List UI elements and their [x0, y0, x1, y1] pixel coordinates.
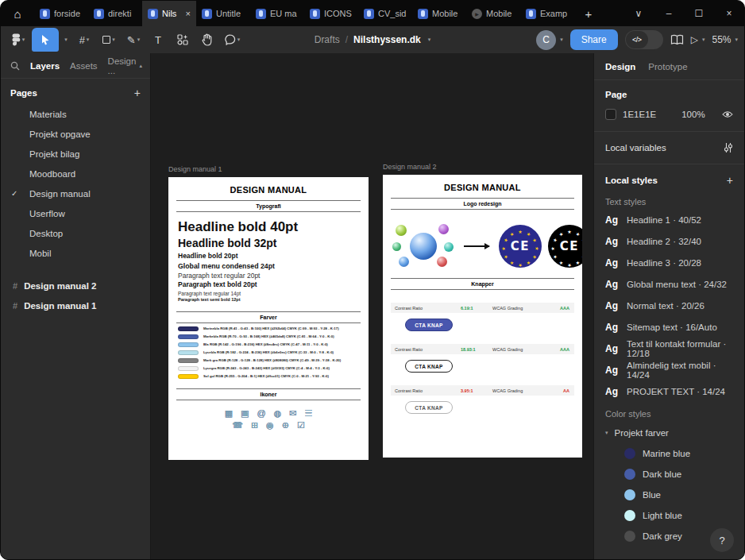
page-item-moodboard[interactable]: Moodboard [1, 164, 150, 183]
file-tab-untitled[interactable]: Untitle [196, 1, 250, 26]
file-tab-forside[interactable]: forside [34, 1, 88, 26]
frame-tool-button[interactable]: #▾ [73, 28, 95, 52]
layer-design-manual-1[interactable]: # Design manual 1 [1, 295, 150, 315]
account-menu[interactable]: C ▾ [536, 30, 563, 50]
tab-design[interactable]: Design [605, 62, 635, 71]
file-tab-label: Mobile [432, 9, 461, 18]
color-style-swatch [624, 469, 635, 480]
text-style-item[interactable]: AgAlmindelig text mobil · 14/24 [594, 359, 744, 380]
new-logo-blue: ★★★★★★★★★★★★ CE [499, 225, 542, 268]
text-style-item[interactable]: AgSitemap text · 16/Auto [594, 316, 744, 338]
share-button[interactable]: Share [570, 29, 618, 50]
comment-tool-button[interactable]: ▾ [221, 28, 243, 52]
window-menu-button[interactable]: ∨ [623, 1, 654, 26]
page-color-opacity[interactable]: 100% [681, 110, 704, 119]
page-item-userflow[interactable]: Userflow [1, 203, 150, 223]
move-tool-button[interactable] [32, 28, 59, 52]
maximize-button[interactable]: ☐ [684, 1, 714, 26]
local-variables-row[interactable]: Local variables [594, 132, 744, 164]
text-style-item[interactable]: AgHeadline 2 · 32/40 [594, 230, 744, 252]
chevron-up-icon: ▴ [139, 63, 142, 69]
tab-prototype[interactable]: Prototype [648, 62, 687, 71]
main-menu-button[interactable]: ▾ [7, 28, 29, 52]
breadcrumb-root[interactable]: Drafts [315, 34, 340, 45]
frame-label-design-manual-1[interactable]: Design manual 1 [168, 165, 222, 173]
color-styles-label: Color styles [594, 402, 744, 421]
left-panel-tabs: Layers Assets Design ... ▴ [1, 53, 150, 79]
maximize-icon: ☐ [695, 8, 704, 19]
chevron-down-icon[interactable]: ▾ [428, 37, 431, 43]
file-tab-label: CV_sid [378, 9, 407, 18]
page-item-desktop[interactable]: Desktop [1, 223, 150, 243]
layer-design-manual-2[interactable]: # Design manual 2 [1, 276, 150, 295]
zoom-menu[interactable]: 55% ▾ [712, 34, 738, 45]
tab-design-collapsed[interactable]: Design ... ▴ [108, 56, 142, 75]
file-tab-direkti[interactable]: direkti [88, 1, 142, 26]
new-tab-button[interactable]: + [574, 1, 603, 26]
color-spec-row: Sol gul RGB (R:255 - G:204 - B:1) HEX (#… [178, 374, 369, 380]
page-item-projekt-opgave[interactable]: Projekt opgave [1, 124, 150, 144]
add-page-button[interactable]: + [134, 87, 141, 99]
color-spec-row: Mørk grå RGB (R:128 - G:128 - B:128) HEX… [178, 358, 369, 364]
avatar: C [536, 30, 556, 50]
file-tab-nils-active[interactable]: Nils × [142, 1, 196, 26]
right-panel: Design Prototype Page 1E1E1E 100% Local … [593, 53, 744, 560]
library-book-icon[interactable] [670, 34, 684, 45]
page-item-mobil[interactable]: Mobil [1, 243, 150, 263]
move-tool-dropdown[interactable]: ▾ [61, 28, 71, 52]
close-tab-icon[interactable]: × [186, 9, 191, 18]
chevron-down-icon: ▾ [735, 37, 738, 43]
file-tab-icons[interactable]: ICONS [304, 1, 358, 26]
text-style-item[interactable]: AgHeadline 3 · 20/28 [594, 252, 744, 273]
text-style-item[interactable]: AgText til kontakt formular · 12/18 [594, 338, 744, 359]
shape-tool-button[interactable]: ▾ [98, 28, 120, 52]
page-item-design-manual[interactable]: ✓ Design manual [1, 183, 150, 203]
hand-tool-button[interactable] [196, 28, 218, 52]
text-style-item[interactable]: AgHeadline 1 · 40/52 [594, 209, 744, 230]
tab-layers[interactable]: Layers [30, 61, 60, 71]
color-swatch [178, 334, 199, 340]
frame-label-design-manual-2[interactable]: Design manual 2 [383, 163, 437, 171]
tab-assets[interactable]: Assets [70, 61, 98, 71]
color-group-projekt-farver[interactable]: ▾ Projekt farver [594, 423, 744, 443]
text-style-item[interactable]: AgGlobal menu text · 24/32 [594, 273, 744, 295]
text-style-item[interactable]: AgNormal text · 20/26 [594, 295, 744, 316]
color-style-swatch [624, 531, 635, 542]
canvas[interactable]: Design manual 1 DESIGN MANUAL Typografi … [151, 53, 593, 560]
zoom-level: 55% [712, 34, 731, 45]
color-style-item[interactable]: Marine blue [594, 443, 744, 464]
help-button[interactable]: ? [710, 528, 734, 552]
file-name[interactable]: Nilsthyssen.dk [353, 34, 421, 45]
sphere-purple [438, 224, 449, 234]
file-tab-cv-sid[interactable]: CV_sid [358, 1, 412, 26]
file-tab-mobile-prototype[interactable]: ▶ Mobile [466, 1, 520, 26]
figma-file-icon [202, 9, 212, 19]
page-item-materials[interactable]: Materials [1, 104, 150, 124]
add-style-button[interactable]: + [727, 174, 733, 187]
color-style-item[interactable]: Blue [594, 485, 744, 505]
chevron-down-icon: ▾ [605, 430, 608, 436]
text-style-item[interactable]: AgPROJEKT TEXT · 14/24 [594, 380, 744, 402]
file-tab-examp[interactable]: Examp [520, 1, 574, 26]
page-color-swatch[interactable] [605, 109, 616, 120]
frame-design-manual-1[interactable]: DESIGN MANUAL Typografi Headline bold 40… [168, 177, 369, 460]
color-style-item[interactable]: Light blue [594, 505, 744, 526]
present-button[interactable]: ▷ ▾ [691, 34, 705, 45]
page-item-projekt-bilag[interactable]: Projekt bilag [1, 144, 150, 164]
eye-icon[interactable] [722, 110, 733, 118]
dev-mode-toggle[interactable]: </> [625, 30, 663, 49]
actions-button[interactable] [172, 28, 194, 52]
frame-design-manual-2[interactable]: DESIGN MANUAL Logo redesign ★★★★★★★ [383, 175, 582, 458]
close-window-button[interactable]: × [714, 1, 744, 26]
search-icon[interactable] [10, 61, 20, 71]
color-style-item[interactable]: Dark blue [594, 464, 744, 485]
chevron-down-icon: ∨ [635, 8, 643, 19]
color-swatch [178, 350, 199, 356]
pen-tool-button[interactable]: ✎▾ [122, 28, 145, 52]
text-tool-button[interactable]: T [147, 28, 169, 52]
page-color-hex[interactable]: 1E1E1E [623, 110, 656, 119]
minimize-button[interactable]: – [654, 1, 684, 26]
home-button[interactable]: ⌂ [1, 1, 34, 26]
file-tab-mobile[interactable]: Mobile [412, 1, 466, 26]
file-tab-eu-ma[interactable]: EU ma [250, 1, 304, 26]
